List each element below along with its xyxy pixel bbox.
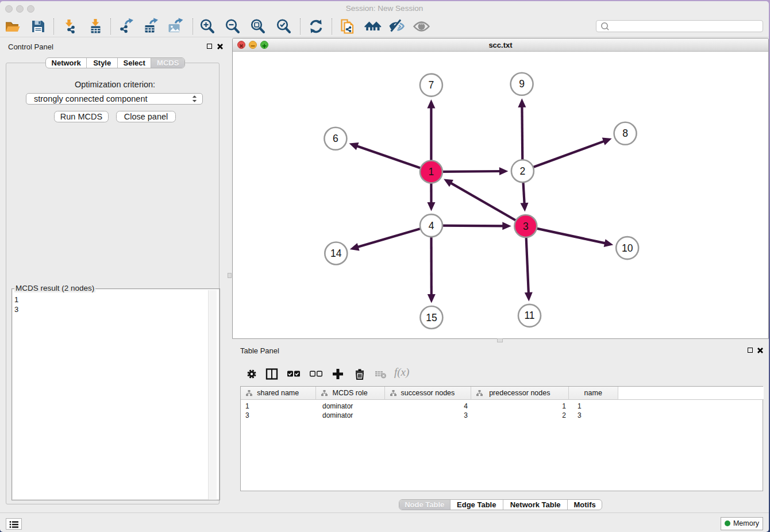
svg-text:11: 11 bbox=[524, 310, 534, 321]
svg-text:10: 10 bbox=[622, 242, 633, 254]
svg-text:15: 15 bbox=[426, 312, 437, 323]
svg-text:8: 8 bbox=[622, 128, 628, 139]
svg-text:2: 2 bbox=[520, 165, 526, 177]
svg-text:4: 4 bbox=[429, 220, 434, 232]
svg-text:6: 6 bbox=[333, 133, 338, 144]
svg-text:1: 1 bbox=[429, 166, 434, 178]
svg-text:14: 14 bbox=[330, 248, 342, 259]
svg-text:3: 3 bbox=[523, 221, 529, 232]
svg-text:9: 9 bbox=[519, 78, 525, 90]
svg-text:7: 7 bbox=[429, 79, 434, 91]
